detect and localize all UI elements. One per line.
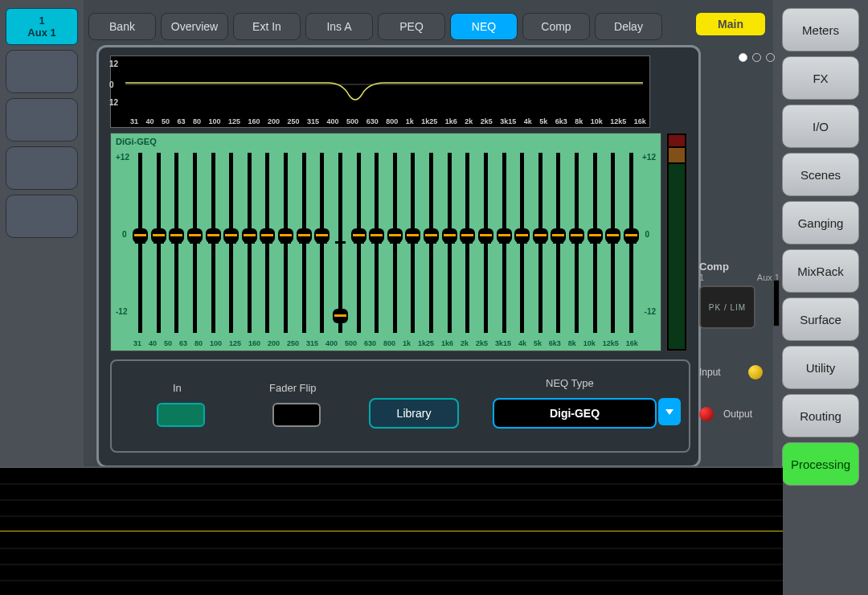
freq-label: 1k6: [441, 339, 453, 347]
geq-band-slider[interactable]: [193, 153, 197, 333]
comp-thumb: PK / LIM: [699, 285, 755, 329]
geq-band-slider[interactable]: [138, 153, 142, 333]
freq-label: 400: [327, 117, 339, 125]
nav-processing[interactable]: Processing: [782, 442, 859, 486]
nav-io[interactable]: I/O: [782, 105, 859, 148]
geq-band-slider[interactable]: [302, 153, 306, 333]
geq-ytick: 0: [122, 230, 127, 239]
freq-label: 31: [133, 339, 141, 347]
geq-band-slider[interactable]: [157, 153, 161, 333]
freq-label: 10k: [591, 117, 603, 125]
freq-label: 800: [383, 339, 395, 347]
freq-label: 1k: [403, 339, 411, 347]
neq-panel: 12 0 12 31405063801001251602002503154005…: [96, 45, 701, 468]
channel-slot[interactable]: [6, 146, 78, 190]
geq-band-slider[interactable]: [411, 153, 415, 333]
freq-label: 315: [307, 117, 319, 125]
geq-band-slider[interactable]: [338, 153, 342, 333]
neqtype-label: NEQ Type: [546, 377, 594, 389]
geq-band-slider[interactable]: [429, 153, 433, 333]
tab-overview[interactable]: Overview: [161, 13, 228, 40]
channel-slot[interactable]: [6, 195, 78, 238]
geq-band-slider[interactable]: [229, 153, 233, 333]
freq-label: 1k: [406, 117, 414, 125]
geq-band-slider[interactable]: [484, 153, 488, 333]
geq-band-slider[interactable]: [357, 153, 361, 333]
nav-utility[interactable]: Utility: [782, 346, 859, 389]
freq-label: 50: [164, 339, 172, 347]
nav-fx[interactable]: FX: [782, 56, 859, 100]
freq-label: 3k15: [495, 339, 511, 347]
geq-band-slider[interactable]: [502, 153, 506, 333]
geq-band-slider[interactable]: [248, 153, 252, 333]
freq-label: 8k: [575, 117, 583, 125]
nav-scenes[interactable]: Scenes: [782, 153, 859, 196]
freq-label: 1k25: [418, 339, 434, 347]
geq-ytick: -12: [645, 307, 656, 316]
waveform-area[interactable]: [0, 466, 783, 595]
geq-band-slider[interactable]: [265, 153, 269, 333]
nav-meters[interactable]: Meters: [782, 8, 859, 51]
geq-band-slider[interactable]: [520, 153, 524, 333]
geq-band-slider[interactable]: [575, 153, 579, 333]
freq-label: 100: [209, 117, 221, 125]
tab-comp[interactable]: Comp: [522, 13, 590, 40]
geq-ytick: -12: [116, 307, 127, 316]
nav-routing[interactable]: Routing: [782, 394, 859, 437]
channel-label: Aux 1: [27, 27, 55, 39]
input-knob[interactable]: [748, 365, 763, 380]
nav-mixrack[interactable]: MixRack: [782, 249, 859, 293]
input-label: Input: [699, 367, 721, 378]
tab-bank[interactable]: Bank: [88, 13, 156, 40]
faderflip-toggle[interactable]: [272, 403, 321, 427]
nav-surface[interactable]: Surface: [782, 298, 859, 341]
geq-freq-labels: 3140506380100125160200250315400500630800…: [133, 339, 638, 347]
geq-band-slider[interactable]: [593, 153, 597, 333]
input-row: Input: [699, 365, 763, 380]
geq-band-slider[interactable]: [375, 153, 379, 333]
freq-label: 10k: [583, 339, 596, 347]
tab-delay[interactable]: Delay: [595, 13, 662, 40]
geq-band-slider[interactable]: [320, 153, 324, 333]
geq-band-slider[interactable]: [393, 153, 397, 333]
comp-block[interactable]: Comp 1 Aux 1 PK / LIM: [699, 261, 780, 329]
freq-label: 4k: [518, 339, 526, 347]
tab-extin[interactable]: Ext In: [233, 13, 301, 40]
response-curve[interactable]: 12 0 12 31405063801001251602002503154005…: [110, 55, 650, 128]
geq-band-slider[interactable]: [174, 153, 178, 333]
output-knob[interactable]: [699, 407, 714, 421]
in-toggle[interactable]: [157, 403, 205, 427]
geq-band-slider[interactable]: [448, 153, 452, 333]
nav-ganging[interactable]: Ganging: [782, 201, 859, 244]
channel-select-button[interactable]: 1 Aux 1: [6, 8, 78, 45]
freq-label: 630: [366, 117, 379, 125]
geq-band-slider[interactable]: [465, 153, 469, 333]
channel-slot[interactable]: [6, 50, 78, 93]
curve-freq-labels: 3140506380100125160200250315400500630800…: [130, 117, 646, 125]
geq-band-slider[interactable]: [284, 153, 288, 333]
main-button[interactable]: Main: [696, 13, 765, 35]
waveform-trace: [0, 531, 783, 531]
freq-label: 80: [194, 339, 203, 347]
channel-slot[interactable]: [6, 98, 78, 142]
freq-label: 50: [162, 117, 170, 125]
tab-insa[interactable]: Ins A: [305, 13, 373, 40]
page-dots[interactable]: [739, 53, 775, 62]
freq-label: 200: [268, 339, 280, 347]
library-button[interactable]: Library: [369, 398, 459, 429]
geq-band-slider[interactable]: [611, 153, 615, 333]
geq-band-slider[interactable]: [211, 153, 215, 333]
tab-peq[interactable]: PEQ: [378, 13, 445, 40]
tab-neq[interactable]: NEQ: [450, 13, 518, 40]
neqtype-dropdown-icon[interactable]: [658, 398, 681, 425]
freq-label: 250: [287, 339, 299, 347]
right-side-pane: Comp 1 Aux 1 PK / LIM Input Output: [699, 45, 780, 463]
freq-label: 500: [345, 339, 357, 347]
neqtype-select[interactable]: Digi-GEQ: [493, 398, 657, 429]
geq-band-slider[interactable]: [556, 153, 560, 333]
geq-band-slider[interactable]: [538, 153, 542, 333]
geq-ytick: 0: [645, 230, 649, 239]
controls-box: In Fader Flip Library NEQ Type Digi-GEQ: [110, 359, 690, 453]
geq-band-slider[interactable]: [629, 153, 633, 333]
geq-box: DiGi-GEQ +12 0 -12 +12 0 -12 31405063801…: [110, 133, 661, 351]
